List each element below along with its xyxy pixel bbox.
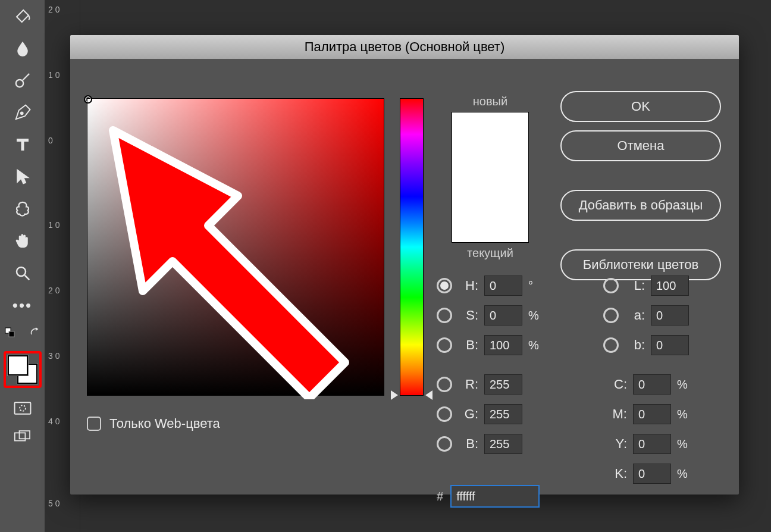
dodge-tool-icon[interactable] [10, 70, 36, 90]
screen-mode-icon[interactable] [12, 428, 33, 445]
default-colors-icon[interactable] [5, 327, 15, 339]
cyan-unit: % [677, 378, 692, 392]
yellow-unit: % [677, 437, 692, 451]
green-input[interactable] [484, 404, 522, 424]
new-color-swatch [452, 112, 529, 177]
hue-slider-handle-left[interactable] [391, 390, 398, 400]
brightness-input[interactable] [484, 335, 522, 355]
svg-point-0 [15, 80, 23, 87]
a-label: a: [625, 308, 645, 323]
web-colors-only-checkbox[interactable] [87, 417, 101, 431]
cyan-input[interactable] [633, 374, 671, 395]
cancel-button[interactable]: Отмена [560, 130, 721, 161]
red-input[interactable] [484, 374, 522, 395]
dialog-title: Палитра цветов (Основной цвет) [70, 35, 739, 59]
cyan-label: C: [603, 377, 627, 392]
saturation-input[interactable] [484, 305, 522, 326]
black-unit: % [677, 467, 692, 481]
ruler-tick: 4 0 [48, 417, 59, 426]
blue-input[interactable] [484, 434, 522, 454]
b-input[interactable] [651, 335, 689, 355]
ruler-tick: 1 0 [48, 220, 59, 230]
ruler-tick: 2 0 [48, 5, 59, 14]
b-label: b: [625, 337, 645, 353]
color-field[interactable] [87, 98, 384, 396]
hue-radio[interactable] [437, 278, 452, 293]
green-label: G: [458, 406, 478, 422]
hex-row: # [437, 485, 540, 508]
blue-label: B: [458, 436, 478, 452]
a-radio[interactable] [603, 308, 619, 323]
svg-point-8 [20, 405, 26, 411]
svg-rect-10 [19, 431, 30, 439]
new-color-label: новый [437, 95, 544, 108]
lightness-input[interactable] [651, 276, 689, 296]
paint-bucket-tool-icon[interactable] [10, 6, 36, 26]
hex-input[interactable] [450, 485, 540, 508]
foreground-color-swatch[interactable] [8, 355, 28, 375]
brightness-label: B: [458, 337, 478, 353]
b-radio[interactable] [603, 337, 619, 353]
ruler-tick: 0 [48, 136, 53, 145]
svg-rect-7 [14, 402, 30, 414]
yellow-label: Y: [603, 436, 627, 452]
ruler-tick: 2 0 [48, 286, 59, 295]
svg-point-2 [20, 112, 23, 114]
color-preview: новый текущий [437, 95, 544, 264]
edit-toolbar-icon[interactable]: ••• [10, 295, 36, 315]
color-field-cursor[interactable] [84, 95, 92, 104]
ruler-tick: 1 0 [48, 70, 59, 80]
web-colors-only-row: Только Web-цвета [87, 416, 220, 431]
svg-rect-9 [14, 433, 25, 440]
svg-line-1 [23, 74, 29, 80]
yellow-input[interactable] [633, 434, 671, 454]
svg-rect-6 [9, 331, 14, 337]
lightness-label: L: [625, 278, 645, 293]
saturation-radio[interactable] [437, 308, 452, 323]
hand-tool-icon[interactable] [10, 231, 36, 251]
foreground-background-colors[interactable] [4, 351, 42, 388]
web-colors-only-label: Только Web-цвета [109, 416, 220, 431]
lightness-radio[interactable] [603, 278, 619, 293]
type-tool-icon[interactable] [10, 134, 36, 155]
saturation-label: S: [458, 308, 478, 323]
black-input[interactable] [633, 464, 671, 484]
color-picker-dialog: Палитра цветов (Основной цвет) новый тек… [70, 35, 739, 495]
hue-slider[interactable] [400, 98, 424, 396]
hue-slider-handle-right[interactable] [425, 390, 432, 400]
hue-input[interactable] [484, 276, 522, 296]
dialog-buttons: OK Отмена Добавить в образцы Библиотеки … [560, 91, 721, 280]
svg-line-4 [24, 276, 29, 280]
magenta-label: M: [603, 406, 627, 422]
toolbox: ••• [0, 0, 45, 532]
pen-tool-icon[interactable] [10, 102, 36, 123]
quick-mask-icon[interactable] [12, 400, 33, 417]
black-label: K: [603, 466, 627, 481]
red-radio[interactable] [437, 377, 452, 392]
current-color-swatch[interactable] [452, 177, 529, 243]
saturation-unit: % [528, 309, 544, 323]
brightness-unit: % [528, 339, 544, 352]
svg-point-3 [17, 267, 26, 276]
blue-radio[interactable] [437, 436, 452, 452]
a-input[interactable] [651, 305, 689, 326]
magenta-input[interactable] [633, 404, 671, 424]
path-selection-tool-icon[interactable] [10, 167, 36, 187]
color-values: H: ° L: S: % a: [437, 271, 770, 489]
green-radio[interactable] [437, 406, 452, 422]
ruler-tick: 3 0 [48, 351, 59, 361]
brightness-radio[interactable] [437, 337, 452, 353]
ok-button[interactable]: OK [560, 91, 721, 122]
swap-colors-icon[interactable] [30, 327, 40, 339]
shape-tool-icon[interactable] [10, 199, 36, 219]
zoom-tool-icon[interactable] [10, 263, 36, 283]
current-color-label: текущий [437, 246, 544, 260]
ruler-tick: 5 0 [48, 499, 59, 508]
red-label: R: [458, 377, 478, 392]
swap-default-colors-row [5, 327, 40, 339]
blur-tool-icon[interactable] [10, 38, 36, 58]
hex-label: # [437, 490, 443, 503]
add-to-swatches-button[interactable]: Добавить в образцы [560, 190, 721, 221]
hue-label: H: [458, 278, 478, 293]
magenta-unit: % [677, 408, 692, 421]
